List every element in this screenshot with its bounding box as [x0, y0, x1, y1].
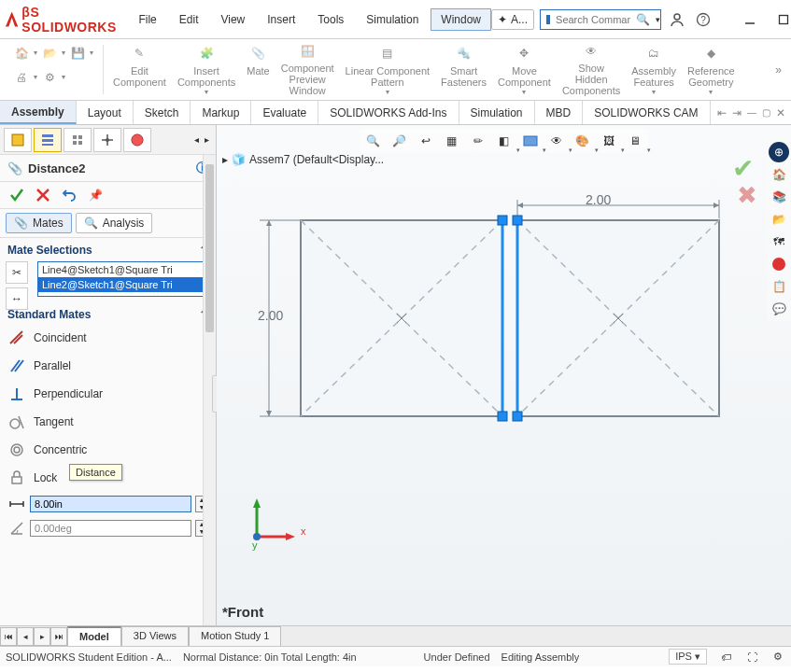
- ribbon-insert-components[interactable]: 🧩 Insert Components ▾: [172, 41, 241, 98]
- ribbon-overflow[interactable]: »: [775, 41, 785, 98]
- tab-scroll-left-icon[interactable]: ◂: [191, 133, 202, 147]
- selection-row[interactable]: Line2@Sketch1@Square Tri: [38, 277, 207, 292]
- menu-simulation[interactable]: Simulation: [356, 8, 429, 31]
- dimension-top[interactable]: 2.00: [586, 192, 611, 207]
- save-icon[interactable]: 💾: [67, 43, 88, 63]
- sw-resources-icon[interactable]: ⊕: [769, 142, 789, 162]
- mate-lock[interactable]: Lock Distance: [0, 464, 216, 492]
- display-style-icon[interactable]: ▾: [520, 131, 541, 151]
- confirm-cancel-icon[interactable]: ✖: [737, 181, 757, 210]
- forum-icon[interactable]: 💬: [769, 299, 789, 319]
- mate-perpendicular[interactable]: Perpendicular: [0, 380, 216, 408]
- display-tab[interactable]: [123, 128, 151, 152]
- mate-selection-list[interactable]: Line4@Sketch1@Square Tri Line2@Sketch1@S…: [37, 261, 208, 297]
- custom-props-icon[interactable]: 📋: [769, 276, 789, 297]
- doc-max-icon[interactable]: ▢: [762, 107, 770, 118]
- tab-evaluate[interactable]: Evaluate: [251, 101, 318, 124]
- distance-input[interactable]: [30, 496, 191, 512]
- login-button[interactable]: [667, 9, 687, 30]
- pm-ok-button[interactable]: [7, 186, 26, 204]
- ribbon-edit-component[interactable]: ✎ Edit Component: [107, 41, 172, 98]
- view-settings-icon[interactable]: 🖥▾: [625, 131, 645, 151]
- tab-sketch[interactable]: Sketch: [134, 101, 191, 124]
- status-tags-icon[interactable]: 🏷: [718, 650, 733, 665]
- tab-scroll-right-icon[interactable]: ▸: [202, 133, 212, 147]
- mate-alignment-icon[interactable]: ↔: [6, 287, 28, 310]
- standard-mates-header[interactable]: Standard Mates ⌃: [0, 302, 216, 324]
- doc-restore-icon[interactable]: —: [747, 107, 756, 118]
- home-icon[interactable]: 🏠: [11, 43, 32, 63]
- status-macro-icon[interactable]: ⛶: [744, 650, 759, 665]
- scrollbar-thumb[interactable]: [205, 164, 214, 332]
- maximize-button[interactable]: [770, 7, 791, 32]
- selection-row[interactable]: Line4@Sketch1@Square Tri: [38, 262, 207, 277]
- ribbon-move-component[interactable]: ✥ Move Component ▾: [492, 41, 557, 98]
- orientation-triad[interactable]: [243, 495, 299, 551]
- mate-parallel[interactable]: Parallel: [0, 352, 216, 380]
- ribbon-linear-pattern[interactable]: ▤ Linear Component Pattern ▾: [340, 41, 436, 98]
- zoom-fit-icon[interactable]: 🔍: [363, 131, 384, 151]
- tab-simulation[interactable]: Simulation: [459, 101, 535, 124]
- pm-tab-analysis[interactable]: 🔍Analysis: [76, 213, 153, 233]
- search-commands[interactable]: 🔍 ▾: [540, 9, 661, 30]
- tab-addins[interactable]: SOLIDWORKS Add-Ins: [318, 101, 459, 124]
- model-tab-3dviews[interactable]: 3D Views: [121, 626, 189, 646]
- model-tab-model[interactable]: Model: [67, 626, 121, 646]
- view-palette-icon[interactable]: 🗺: [769, 231, 789, 252]
- mate-coincident[interactable]: Coincident: [0, 324, 216, 352]
- apply-scene-icon[interactable]: 🖼▾: [599, 131, 619, 151]
- open-icon[interactable]: 📂: [39, 43, 60, 63]
- ribbon-assembly-features[interactable]: 🗂 Assembly Features ▾: [626, 41, 682, 98]
- tab-last-icon[interactable]: ⏭: [50, 627, 67, 646]
- angle-icon[interactable]: [7, 519, 26, 538]
- view-orientation-icon[interactable]: ◧▾: [494, 131, 515, 151]
- tab-next-icon[interactable]: ▸: [34, 627, 50, 646]
- menu-edit[interactable]: Edit: [169, 8, 209, 31]
- pm-pushpin-button[interactable]: 📌: [86, 186, 105, 204]
- ribbon-mate[interactable]: 📎 Mate: [241, 41, 275, 98]
- status-customize-icon[interactable]: ⚙: [770, 650, 785, 665]
- menu-view[interactable]: View: [210, 8, 255, 31]
- design-lib-icon[interactable]: 📚: [769, 187, 789, 207]
- mate-tangent[interactable]: Tangent: [0, 408, 216, 436]
- dimension-left[interactable]: 2.00: [258, 308, 283, 323]
- pm-tab-mates[interactable]: 📎Mates: [6, 213, 72, 233]
- options-icon[interactable]: ⚙: [39, 67, 60, 88]
- tab-markup[interactable]: Markup: [191, 101, 251, 124]
- dimxpert-tab[interactable]: [93, 128, 121, 152]
- tab-cam[interactable]: SOLIDWORKS CAM: [583, 101, 710, 124]
- edit-appearance-icon[interactable]: 🎨▾: [572, 131, 593, 151]
- feature-tree-flyout[interactable]: ▸ 🧊 Assem7 (Default<Display...: [222, 153, 384, 166]
- menu-window[interactable]: Window: [431, 8, 491, 31]
- distance-icon[interactable]: [7, 495, 26, 513]
- mate-selections-header[interactable]: Mate Selections ⌃: [0, 238, 216, 259]
- tab-prev-icon[interactable]: ◂: [17, 627, 34, 646]
- collapse-right-icon[interactable]: ⇥: [732, 106, 742, 119]
- confirm-ok-icon[interactable]: ✔: [732, 153, 754, 184]
- tab-layout[interactable]: Layout: [77, 101, 134, 124]
- expand-icon[interactable]: ▸: [222, 153, 228, 166]
- collapse-left-icon[interactable]: ⇤: [717, 106, 727, 119]
- section-view-icon[interactable]: ▦: [442, 131, 462, 151]
- menu-tools[interactable]: Tools: [307, 8, 354, 31]
- angle-input[interactable]: [30, 520, 191, 537]
- ribbon-reference-geometry[interactable]: ◆ Reference Geometry ▾: [682, 41, 741, 98]
- graphics-area[interactable]: 🔍 🔎 ↩ ▦ ✏ ◧▾ ▾ 👁▾ 🎨▾ 🖼▾ 🖥▾ ▸ 🧊 Assem7 (D…: [217, 125, 791, 625]
- mate-concentric[interactable]: Concentric: [0, 436, 216, 464]
- ribbon-smart-fasteners[interactable]: 🔩 Smart Fasteners: [435, 41, 492, 98]
- pm-undo-button[interactable]: [60, 186, 78, 204]
- dynamic-annotation-icon[interactable]: ✏: [468, 131, 488, 151]
- menu-insert[interactable]: Insert: [257, 8, 305, 31]
- print-icon[interactable]: 🖨: [11, 67, 32, 88]
- search-input[interactable]: [556, 14, 630, 25]
- tab-assembly[interactable]: Assembly: [0, 101, 77, 124]
- menu-file[interactable]: File: [128, 8, 166, 31]
- file-explorer-icon[interactable]: 📂: [769, 209, 789, 230]
- ribbon-show-hidden[interactable]: 👁 Show Hidden Components: [557, 41, 626, 98]
- configuration-tab[interactable]: [64, 128, 92, 152]
- units-button[interactable]: IPS ▾: [669, 649, 707, 665]
- home-tab-icon[interactable]: 🏠: [769, 164, 789, 185]
- mate-entity-icon[interactable]: ✂: [6, 261, 28, 284]
- tab-first-icon[interactable]: ⏮: [0, 627, 17, 646]
- feature-tree-tab[interactable]: [4, 128, 32, 152]
